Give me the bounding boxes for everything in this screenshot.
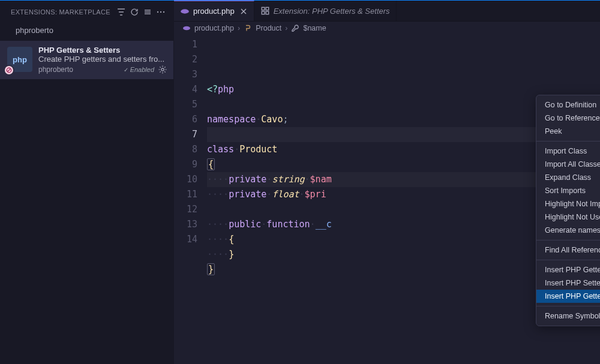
context-menu-label: Insert PHP Getter [545, 266, 600, 274]
svg-rect-9 [266, 11, 269, 14]
editor-tab[interactable]: product.php [174, 1, 254, 21]
context-menu-label: Peek [545, 127, 600, 136]
svg-point-10 [183, 26, 190, 30]
more-icon[interactable] [154, 5, 167, 19]
line-number: 8 [174, 142, 197, 157]
context-menu-item[interactable]: Find All ReferencesShift+Alt+F12 [536, 243, 600, 257]
line-number: 12 [174, 202, 197, 217]
sidebar-title: EXTENSIONS: MARKETPLACE [11, 8, 115, 16]
extension-status: Enabled [124, 66, 154, 73]
context-menu-separator [536, 240, 600, 240]
search-input-value: phproberto [16, 26, 53, 35]
line-number: 7 [174, 127, 197, 142]
context-menu-item[interactable]: Insert PHP Getter & Setter [536, 290, 600, 303]
breadcrumb[interactable]: product.php › Product › $name [174, 22, 600, 35]
context-menu-item[interactable]: Peek› [536, 125, 600, 138]
context-menu-item[interactable]: Go to DefinitionF12 [536, 98, 600, 112]
extension-name: PHP Getters & Setters [38, 46, 167, 55]
line-number: 10 [174, 172, 197, 187]
context-menu-item[interactable]: Rename SymbolF2 [536, 309, 600, 323]
context-menu-item[interactable]: Import ClassCtrl+Alt+I [536, 145, 600, 158]
breadcrumb-member: $name [303, 24, 326, 32]
context-menu-label: Expand Class [545, 173, 600, 182]
context-menu-label: Highlight Not Imported Classes [545, 200, 600, 208]
sync-ignored-badge-icon [4, 65, 14, 76]
editor-context-menu: Go to DefinitionF12Go to ReferencesShift… [536, 95, 600, 326]
context-menu-item[interactable]: Expand ClassCtrl+Alt+E [536, 171, 600, 184]
line-number: 11 [174, 187, 197, 202]
svg-point-1 [160, 11, 161, 13]
filter-icon[interactable] [115, 5, 128, 19]
chevron-right-icon: › [285, 24, 287, 32]
php-file-icon [180, 7, 190, 16]
editor-area: product.phpExtension: PHP Getters & Sett… [174, 1, 600, 364]
context-menu-label: Go to Definition [545, 101, 600, 109]
context-menu-item[interactable]: Generate namespace for this fileCtrl+Alt… [536, 224, 600, 237]
line-number: 2 [174, 52, 197, 67]
chevron-right-icon: › [238, 24, 240, 32]
extensions-search[interactable]: phproberto [0, 23, 173, 41]
gear-icon[interactable] [158, 65, 167, 74]
context-menu-item[interactable]: Highlight Not Imported ClassesCtrl+Alt+N [536, 197, 600, 210]
extension-icon: php [7, 47, 32, 72]
context-menu-item[interactable]: Sort ImportsCtrl+Alt+S [536, 184, 600, 197]
line-number: 5 [174, 97, 197, 112]
php-file-icon [182, 24, 191, 32]
svg-point-4 [161, 68, 164, 71]
line-number: 4 [174, 82, 197, 97]
svg-rect-8 [262, 11, 265, 14]
extension-publisher: phproberto [38, 65, 120, 74]
line-number: 9 [174, 157, 197, 172]
context-menu-label: Find All References [545, 246, 600, 254]
context-menu-label: Highlight Not Used Classes [545, 213, 600, 221]
sidebar-header: EXTENSIONS: MARKETPLACE [0, 1, 173, 23]
context-menu-item[interactable]: Go to ReferencesShift+F12 [536, 112, 600, 125]
extension-tab-icon [260, 6, 270, 16]
class-icon [244, 24, 252, 32]
context-menu-label: Import Class [545, 147, 600, 155]
tab-label: product.php [193, 7, 235, 16]
context-menu-item[interactable]: Insert PHP Setter [536, 276, 600, 290]
svg-point-2 [163, 11, 164, 13]
editor-tabs: product.phpExtension: PHP Getters & Sett… [174, 1, 600, 22]
context-menu-label: Sort Imports [545, 186, 600, 195]
extension-icon-label: php [13, 55, 27, 64]
context-menu-separator [536, 260, 600, 260]
breadcrumb-file: product.php [194, 24, 234, 32]
context-menu-item[interactable]: Highlight Not Used ClassesCtrl+Alt+U [536, 210, 600, 224]
line-number-gutter: 1234567891011121314 [174, 35, 207, 364]
context-menu-separator [536, 141, 600, 142]
line-number: 14 [174, 232, 197, 247]
context-menu-label: Insert PHP Setter [545, 279, 600, 287]
line-number: 1 [174, 37, 197, 52]
tab-label: Extension: PHP Getters & Setters [274, 7, 390, 16]
svg-rect-7 [266, 7, 269, 10]
line-number: 3 [174, 67, 197, 82]
svg-point-0 [157, 11, 158, 13]
extension-description: Create PHP getters and setters fro... [38, 55, 167, 64]
context-menu-label: Insert PHP Getter & Setter [545, 292, 600, 300]
svg-rect-6 [262, 7, 265, 10]
property-icon [291, 24, 299, 32]
line-number: 13 [174, 217, 197, 232]
context-menu-label: Rename Symbol [545, 312, 600, 320]
context-menu-label: Import All Classes [545, 160, 600, 169]
context-menu-separator [536, 306, 600, 306]
context-menu-item[interactable]: Insert PHP Getter [536, 263, 600, 276]
clear-icon[interactable] [141, 5, 154, 19]
line-number: 6 [174, 112, 197, 127]
extensions-sidebar: EXTENSIONS: MARKETPLACE phproberto php [0, 1, 174, 364]
context-menu-label: Go to References [545, 114, 600, 122]
context-menu-label: Generate namespace for this file [545, 226, 600, 234]
refresh-icon[interactable] [128, 5, 141, 19]
context-menu-item[interactable]: Import All ClassesCtrl+Alt+A [536, 158, 600, 171]
svg-point-5 [181, 9, 189, 13]
breadcrumb-class: Product [256, 24, 281, 32]
extension-list-item[interactable]: php PHP Getters & Setters Create PHP get… [0, 41, 173, 79]
editor-tab[interactable]: Extension: PHP Getters & Setters [254, 1, 397, 21]
close-icon[interactable] [239, 7, 248, 16]
